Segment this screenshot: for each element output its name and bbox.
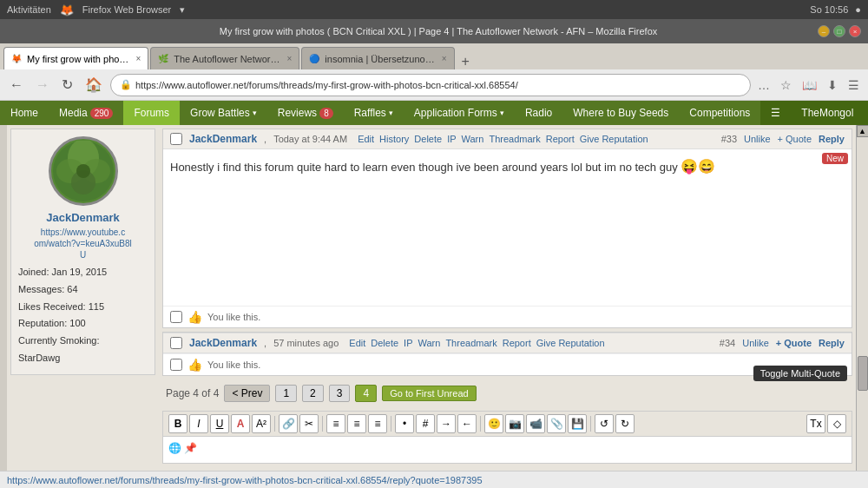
post34-warn[interactable]: Warn xyxy=(418,338,441,348)
nav-media[interactable]: Media 290 xyxy=(49,101,123,125)
post34-delete[interactable]: Delete xyxy=(371,338,398,348)
post33-report[interactable]: Report xyxy=(546,134,575,144)
post34-like-checkbox[interactable] xyxy=(170,359,182,371)
italic-button[interactable]: I xyxy=(189,414,208,433)
post33-edit[interactable]: Edit xyxy=(358,134,374,144)
emoji-button[interactable]: 🙂 xyxy=(484,414,503,433)
forward-button[interactable]: → xyxy=(31,76,54,95)
nav-radio[interactable]: Radio xyxy=(515,101,562,125)
post33-checkbox[interactable] xyxy=(170,133,182,145)
nav-reviews[interactable]: Reviews 8 xyxy=(267,101,344,125)
first-unread-button[interactable]: Go to First Unread xyxy=(382,386,476,401)
scroll-thumb[interactable] xyxy=(858,356,868,391)
back-button[interactable]: ← xyxy=(5,76,28,95)
post34-give-rep[interactable]: Give Reputation xyxy=(536,338,605,348)
font-size-button[interactable]: A² xyxy=(252,414,271,433)
unlink-button[interactable]: ✂ xyxy=(299,414,319,433)
ul-button[interactable]: • xyxy=(395,414,414,433)
nav-list-icon[interactable]: ☰ xyxy=(760,101,791,125)
home-button[interactable]: 🏠 xyxy=(81,75,107,95)
browser-label[interactable]: Firefox Web Browser xyxy=(82,4,172,15)
tab-2[interactable]: 🌿 The Autoflower Networ… × xyxy=(150,47,299,69)
minimize-button[interactable]: – xyxy=(818,25,830,37)
close-button[interactable]: × xyxy=(849,25,861,37)
menu-button[interactable]: ☰ xyxy=(845,76,863,94)
page-4-button[interactable]: 4 xyxy=(355,385,377,402)
post33-ip[interactable]: IP xyxy=(447,134,456,144)
post33-quote[interactable]: + Quote xyxy=(778,134,812,144)
right-scrollbar[interactable]: ▲ ▼ xyxy=(856,125,868,488)
align-right[interactable]: ≡ xyxy=(368,414,387,433)
editor-body[interactable]: 🌐 📌 xyxy=(163,437,852,463)
tab1-close[interactable]: × xyxy=(135,54,141,63)
tab-1[interactable]: 🦊 My first grow with pho… × xyxy=(3,47,148,69)
ol-button[interactable]: # xyxy=(416,414,435,433)
post34-checkbox[interactable] xyxy=(170,337,182,349)
reload-button[interactable]: ↻ xyxy=(57,75,77,95)
page-1-button[interactable]: 1 xyxy=(275,385,297,402)
post33-author[interactable]: JackDenmark xyxy=(189,133,257,145)
post33-history[interactable]: History xyxy=(379,134,409,144)
post34-reply[interactable]: Reply xyxy=(819,338,845,348)
new-tab-button[interactable]: + xyxy=(457,54,475,69)
image-button[interactable]: 📷 xyxy=(505,414,524,433)
underline-button[interactable]: U xyxy=(210,414,229,433)
indent-button[interactable]: → xyxy=(437,414,456,433)
undo-button[interactable]: ↺ xyxy=(595,414,614,433)
nav-home[interactable]: Home xyxy=(0,101,49,125)
bookmark-button[interactable]: ☆ xyxy=(777,76,795,94)
post33-delete[interactable]: Delete xyxy=(414,134,442,144)
scroll-track[interactable] xyxy=(857,137,869,488)
link-button[interactable]: 🔗 xyxy=(279,414,298,433)
page-2-button[interactable]: 2 xyxy=(302,385,324,402)
dropdown-arrow[interactable]: ▾ xyxy=(180,4,185,16)
nav-inbox[interactable]: Inbox xyxy=(864,101,868,125)
nav-user[interactable]: TheMongol xyxy=(791,101,864,125)
history-button[interactable]: 📖 xyxy=(799,76,820,94)
clear-format-button[interactable]: Tx xyxy=(806,414,825,433)
scroll-up[interactable]: ▲ xyxy=(857,125,869,137)
video-button[interactable]: 📹 xyxy=(526,414,545,433)
post33-reply[interactable]: Reply xyxy=(819,134,845,144)
user-link[interactable]: https://www.youtube.com/watch?v=keuA3xuB… xyxy=(18,227,148,260)
post33-warn[interactable]: Warn xyxy=(462,134,484,144)
nav-competitions[interactable]: Competitions xyxy=(679,101,760,125)
outdent-button[interactable]: ← xyxy=(457,414,477,433)
post34-unlike[interactable]: Unlike xyxy=(742,338,769,348)
tab-3[interactable]: 🔵 insomnia | Übersetzuno… × xyxy=(301,47,454,69)
nav-where-to-buy[interactable]: Where to Buy Seeds xyxy=(562,101,679,125)
save-button[interactable]: 💾 xyxy=(568,414,587,433)
source-button[interactable]: ◇ xyxy=(827,414,846,433)
prev-page-button[interactable]: < Prev xyxy=(224,385,270,402)
page-3-button[interactable]: 3 xyxy=(329,385,351,402)
align-left[interactable]: ≡ xyxy=(326,414,345,433)
post34-quote[interactable]: + Quote xyxy=(776,338,812,348)
post34-threadmark[interactable]: Threadmark xyxy=(445,338,496,348)
nav-raffles[interactable]: Raffles ▾ xyxy=(344,101,404,125)
more-button[interactable]: … xyxy=(754,76,773,94)
post33-like-checkbox[interactable] xyxy=(170,311,182,323)
nav-application-forms[interactable]: Application Forms ▾ xyxy=(404,101,515,125)
post33-give-rep[interactable]: Give Reputation xyxy=(580,134,648,144)
post33-threadmark[interactable]: Threadmark xyxy=(489,134,540,144)
url-bar[interactable]: 🔒 https://www.autoflower.net/forums/thre… xyxy=(110,74,751,96)
activities-label[interactable]: Aktivitäten xyxy=(7,4,51,15)
url-text[interactable]: https://www.autoflower.net/forums/thread… xyxy=(135,80,741,90)
redo-button[interactable]: ↻ xyxy=(615,414,635,433)
align-center[interactable]: ≡ xyxy=(347,414,366,433)
post34-report[interactable]: Report xyxy=(503,338,531,348)
nav-forums[interactable]: Forums xyxy=(123,101,180,125)
maximize-button[interactable]: □ xyxy=(833,25,845,37)
window-controls[interactable]: – □ × xyxy=(818,25,861,37)
font-color-button[interactable]: A xyxy=(231,414,250,433)
tab3-close[interactable]: × xyxy=(442,54,447,63)
user-name[interactable]: JackDenmark xyxy=(18,211,148,224)
tab2-close[interactable]: × xyxy=(287,54,293,63)
downloads-button[interactable]: ⬇ xyxy=(824,76,841,94)
post34-author[interactable]: JackDenmark xyxy=(189,337,257,349)
post33-unlike[interactable]: Unlike xyxy=(744,134,771,144)
attach-button[interactable]: 📎 xyxy=(547,414,566,433)
post34-edit[interactable]: Edit xyxy=(349,338,365,348)
bold-button[interactable]: B xyxy=(168,414,187,433)
nav-grow-battles[interactable]: Grow Battles ▾ xyxy=(180,101,267,125)
